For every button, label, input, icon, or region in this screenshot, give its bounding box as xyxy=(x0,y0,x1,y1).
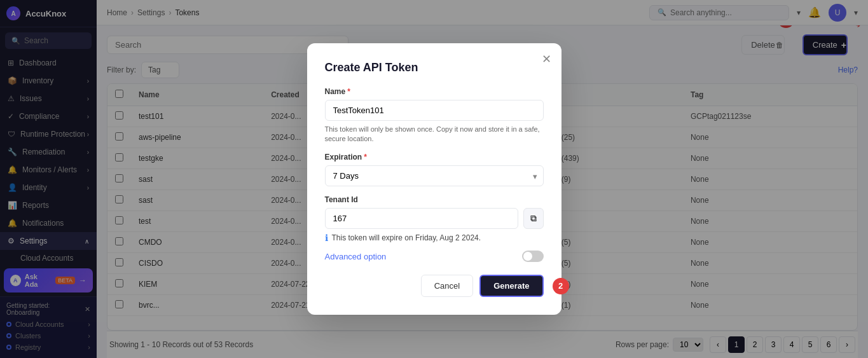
modal-title: Create API Token xyxy=(325,61,544,74)
advanced-option-row: Advanced option xyxy=(325,251,544,262)
expiration-select[interactable]: 7 Days 30 Days 90 Days 1 Year Never xyxy=(325,165,544,186)
info-icon: ℹ xyxy=(325,233,328,243)
tenant-id-input[interactable] xyxy=(325,208,518,229)
toggle-knob xyxy=(523,252,532,261)
required-star: * xyxy=(364,153,367,162)
name-input[interactable] xyxy=(325,100,544,121)
advanced-option-label[interactable]: Advanced option xyxy=(325,252,387,261)
expire-notice-text: This token will expire on Friday, Aug 2 … xyxy=(332,233,481,242)
advanced-toggle[interactable] xyxy=(522,251,544,262)
modal-close-button[interactable]: ✕ xyxy=(542,53,551,65)
tenant-id-label: Tenant Id xyxy=(325,195,544,204)
name-field-group: Name * This token will only be shown onc… xyxy=(325,87,544,144)
copy-tenant-id-button[interactable]: ⧉ xyxy=(523,208,544,229)
modal-actions: Cancel Generate 2 xyxy=(325,275,544,297)
cancel-button[interactable]: Cancel xyxy=(421,275,473,297)
name-hint: This token will only be shown once. Copy… xyxy=(325,125,544,144)
tenant-id-field-group: Tenant Id ⧉ xyxy=(325,195,544,229)
create-api-token-modal: Create API Token ✕ Name * This token wil… xyxy=(307,43,561,315)
expiration-field-group: Expiration * 7 Days 30 Days 90 Days 1 Ye… xyxy=(325,153,544,186)
generate-button[interactable]: Generate xyxy=(479,275,543,297)
copy-icon: ⧉ xyxy=(530,213,537,224)
expiration-label: Expiration * xyxy=(325,153,544,162)
name-label: Name * xyxy=(325,87,544,96)
annotation-2: 2 xyxy=(553,278,569,294)
modal-overlay: Create API Token ✕ Name * This token wil… xyxy=(0,0,868,358)
required-star: * xyxy=(347,87,350,96)
expire-notice: ℹ This token will expire on Friday, Aug … xyxy=(325,233,544,243)
